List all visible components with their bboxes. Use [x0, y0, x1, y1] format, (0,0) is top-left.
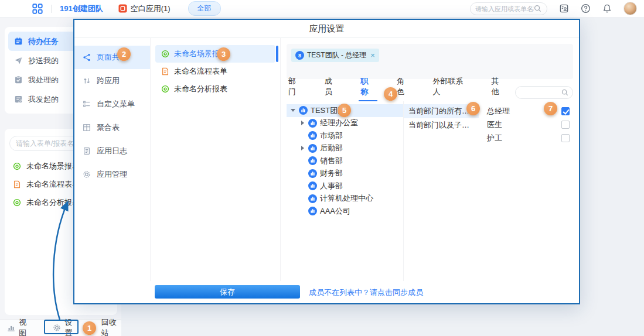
- app-settings-modal: 应用设置 页面共享 跨应用: [73, 19, 580, 304]
- modal-form-label: 未命名场景报表: [174, 49, 227, 59]
- settings-button[interactable]: 设置: [53, 317, 76, 336]
- modal-nav-app-log[interactable]: 应用日志: [74, 139, 150, 163]
- contacts-icon[interactable]: [559, 4, 569, 13]
- tree-node-manager-office[interactable]: 经理办公室: [287, 117, 403, 130]
- calendar-icon: [14, 37, 23, 46]
- tree-node-label: 财务部: [320, 168, 343, 179]
- selected-member-tag[interactable]: 8 TEST团队 - 总经理 ×: [291, 49, 379, 62]
- job-title-row-nurse: 护工: [487, 131, 570, 145]
- current-app-label: 空白应用(1): [131, 4, 171, 14]
- current-app-tab[interactable]: 空白应用(1): [118, 4, 171, 14]
- modal-body: 页面共享 跨应用 自定义菜单: [74, 38, 579, 281]
- modal-nav-app-manage[interactable]: 应用管理: [74, 163, 150, 186]
- modal-form-label: 未命名流程表单: [174, 66, 227, 77]
- form-list-scrollbar[interactable]: [276, 46, 278, 62]
- team-name-link[interactable]: 191创建团队: [60, 4, 103, 14]
- scene-report-icon: [13, 162, 21, 170]
- modal-nav-label: 页面共享: [97, 52, 127, 63]
- doc-edit-icon: [14, 95, 23, 104]
- tree-node-test-team[interactable]: TEST团队: [287, 104, 403, 117]
- modal-nav-label: 应用管理: [97, 169, 127, 180]
- filter-all-pill[interactable]: 全部: [188, 1, 221, 16]
- tab-role[interactable]: 角色: [395, 76, 414, 101]
- form-item-label: 未命名分析报表: [26, 197, 80, 208]
- settings-label: 设置: [64, 317, 76, 336]
- org-icon: [308, 156, 317, 165]
- modal-nav-label: 聚合表: [97, 122, 120, 133]
- member-picker-tabs: 部门 成员 职称 角色 外部联系人 其他: [287, 83, 573, 101]
- tree-node-hr[interactable]: 人事部: [287, 180, 403, 193]
- sidebar-item-label: 待办任务: [28, 36, 59, 47]
- view-label: 视图: [19, 317, 30, 336]
- checkbox-nurse[interactable]: [561, 134, 570, 142]
- tree-node-label: 后勤部: [320, 143, 343, 153]
- tree-node-label: 市场部: [320, 131, 343, 141]
- modal-form-flow-form[interactable]: 未命名流程表单: [155, 63, 275, 80]
- flow-form-icon: [161, 67, 169, 76]
- modal-form-analysis-report[interactable]: 未命名分析报表: [155, 80, 275, 98]
- tab-job-title[interactable]: 职称: [359, 76, 377, 101]
- picker-search[interactable]: [515, 86, 573, 99]
- job-title-label: 总经理: [487, 106, 510, 116]
- scope-current-and-sub-dept[interactable]: 当前部门以及子部门的所…: [404, 118, 479, 132]
- modal-nav-page-share[interactable]: 页面共享: [74, 46, 150, 69]
- tree-node-finance[interactable]: 财务部: [287, 167, 403, 180]
- org-icon: [308, 169, 317, 178]
- view-button[interactable]: 视图: [7, 317, 30, 336]
- org-icon: [308, 119, 317, 128]
- custom-menu-icon: [83, 100, 91, 108]
- analysis-report-icon: [161, 85, 169, 93]
- cross-app-icon: [83, 77, 91, 85]
- recycle-label: 回收站: [101, 317, 121, 336]
- save-button[interactable]: 保存: [155, 285, 300, 299]
- modal-nav-aggregate-table[interactable]: 聚合表: [74, 116, 150, 139]
- help-icon[interactable]: [581, 4, 591, 13]
- app-root: 191创建团队 空白应用(1) 全部: [0, 0, 644, 336]
- caret-down-icon[interactable]: [290, 109, 296, 112]
- tree-node-aaa-company[interactable]: AAA公司: [287, 205, 403, 218]
- picker-body: TEST团队 经理办公室 市场部: [287, 101, 573, 281]
- picker-search-input[interactable]: [520, 88, 561, 97]
- search-icon: [561, 89, 568, 96]
- tree-node-logistics[interactable]: 后勤部: [287, 142, 403, 155]
- org-icon: [308, 194, 317, 203]
- tab-external-contact[interactable]: 外部联系人: [431, 76, 472, 101]
- tree-node-marketing[interactable]: 市场部: [287, 129, 403, 142]
- user-avatar[interactable]: [623, 2, 637, 15]
- app-grid-icon[interactable]: [32, 4, 43, 14]
- modal-nav-cross-app[interactable]: 跨应用: [74, 69, 150, 92]
- sync-members-link[interactable]: 成员不在列表中？请点击同步成员: [309, 287, 423, 298]
- bell-icon[interactable]: [602, 4, 612, 13]
- app-log-icon: [83, 147, 91, 155]
- global-search[interactable]: [470, 2, 547, 15]
- tag-close-icon[interactable]: ×: [370, 51, 375, 60]
- tab-department[interactable]: 部门: [287, 76, 305, 101]
- selected-members-box: 8 TEST团队 - 总经理 ×: [287, 44, 573, 79]
- flow-form-icon: [13, 180, 21, 188]
- global-search-input[interactable]: [475, 5, 534, 12]
- share-panel: 8 TEST团队 - 总经理 × 部门 成员 职称 角色 外部联系人 其他: [281, 38, 579, 281]
- caret-right-icon[interactable]: [299, 146, 305, 150]
- scope-current-dept[interactable]: 当前部门的所有职称: [404, 104, 479, 118]
- tree-node-label: 经理办公室: [320, 118, 358, 128]
- modal-nav-label: 自定义菜单: [97, 99, 135, 109]
- sidebar-footer: 视图 设置 回收站: [0, 319, 121, 336]
- team-logo-icon: 8: [295, 51, 304, 60]
- tree-node-sales[interactable]: 销售部: [287, 155, 403, 167]
- tree-node-computer-center[interactable]: 计算机处理中心: [287, 193, 403, 205]
- topbar-right: [470, 2, 637, 15]
- member-tag-label: TEST团队 - 总经理: [307, 50, 366, 60]
- share-icon: [83, 53, 91, 61]
- checkbox-general-manager[interactable]: [561, 107, 570, 115]
- modal-nav-custom-menu[interactable]: 自定义菜单: [74, 92, 150, 116]
- tab-other[interactable]: 其他: [490, 76, 509, 101]
- job-title-row-doctor: 医生: [487, 118, 570, 131]
- tab-member[interactable]: 成员: [323, 76, 342, 101]
- gear-icon: [83, 170, 91, 179]
- tree-node-label: AAA公司: [320, 206, 350, 217]
- checkbox-doctor[interactable]: [561, 121, 570, 129]
- modal-form-scene-report[interactable]: 未命名场景报表: [155, 45, 275, 63]
- recycle-bin-button[interactable]: 回收站: [101, 317, 121, 336]
- sidebar-item-label: 我处理的: [28, 75, 59, 85]
- caret-right-icon[interactable]: [299, 121, 305, 125]
